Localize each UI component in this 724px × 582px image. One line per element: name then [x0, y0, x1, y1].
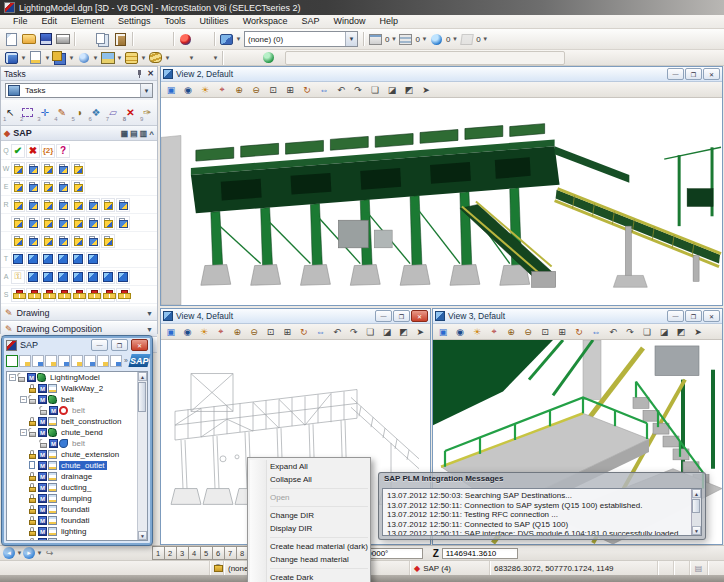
- sap-tool-icon[interactable]: [11, 144, 25, 158]
- tree-item[interactable]: M belt_construction: [7, 416, 138, 427]
- sap-tool-icon[interactable]: [56, 162, 70, 176]
- pointer-reset-icon[interactable]: ↪: [46, 548, 54, 558]
- copy-view-icon[interactable]: ❏: [639, 324, 655, 339]
- tree-item[interactable]: M chute_extension: [7, 449, 138, 460]
- dropdown-arrow-icon[interactable]: ▼: [92, 55, 99, 61]
- dropdown-arrow-icon[interactable]: ▼: [36, 550, 43, 556]
- scroll-up-icon[interactable]: ▲: [692, 489, 701, 498]
- minimize-button[interactable]: —: [375, 310, 392, 322]
- rename-doc-icon[interactable]: [71, 355, 83, 367]
- navigate-view-icon[interactable]: ➤: [690, 324, 706, 339]
- close-button[interactable]: ✕: [703, 310, 720, 322]
- view-brightness-icon[interactable]: ☀: [469, 324, 485, 339]
- sap-tool-icon[interactable]: [71, 198, 85, 212]
- z-input[interactable]: [442, 548, 518, 559]
- tree-item[interactable]: M chute_bend: [7, 427, 138, 438]
- sap-tool-icon[interactable]: [41, 144, 55, 158]
- sap-tool-icon[interactable]: [56, 252, 70, 266]
- messages-scrollbar[interactable]: ▲ ▼: [691, 489, 701, 535]
- task-section-bar[interactable]: ✎ Drawing ▼: [1, 305, 157, 321]
- sap-tool-icon[interactable]: [26, 180, 40, 194]
- copy-icon[interactable]: [95, 31, 112, 47]
- tree-item[interactable]: M belt: [7, 394, 138, 405]
- sap-tool-icon[interactable]: [71, 252, 85, 266]
- menu-item[interactable]: SAP: [294, 15, 326, 28]
- view-previous-icon[interactable]: ↶: [605, 324, 621, 339]
- groups[interactable]: ❖ 6: [88, 102, 105, 122]
- menu-item[interactable]: Element: [64, 15, 111, 28]
- pan-view-icon[interactable]: ⇔: [588, 324, 604, 339]
- sap-tool-icon[interactable]: [26, 288, 40, 302]
- fit-view-icon[interactable]: ⊞: [279, 324, 295, 339]
- view-brightness-icon[interactable]: ☀: [196, 324, 212, 339]
- clip-mask-icon[interactable]: ◩: [401, 82, 417, 97]
- context-menu-item[interactable]: Open: [248, 491, 370, 504]
- dropdown-arrow-icon[interactable]: ▼: [16, 550, 23, 556]
- pin-icon[interactable]: [135, 70, 143, 78]
- markup-icon[interactable]: [458, 31, 475, 47]
- dropdown-arrow-icon[interactable]: ▼: [212, 55, 219, 61]
- sap-tool-icon[interactable]: [26, 234, 40, 248]
- zoom-in-icon[interactable]: ⊕: [230, 324, 246, 339]
- sap-tool-icon[interactable]: [26, 198, 40, 212]
- close-button[interactable]: ✕: [411, 310, 428, 322]
- view4-titlebar[interactable]: View 4, Default — ❐ ✕: [161, 309, 430, 324]
- restore-button[interactable]: ❐: [685, 310, 702, 322]
- dropdown-arrow-icon[interactable]: ▼: [20, 55, 27, 61]
- manipulate[interactable]: ✛ 3: [36, 102, 53, 122]
- context-menu-item[interactable]: Create head material (dark): [248, 540, 370, 553]
- sap-tool-icon[interactable]: [101, 234, 115, 248]
- restore-button[interactable]: ❐: [111, 339, 128, 351]
- modify[interactable]: ◑ 5: [70, 102, 87, 122]
- sap-tool-icon[interactable]: [101, 270, 115, 284]
- fit-view-icon[interactable]: ⊞: [282, 82, 298, 97]
- sap-tool-icon[interactable]: [11, 234, 25, 248]
- sap-tool-icon[interactable]: [11, 252, 25, 266]
- sap-tool-icon[interactable]: [26, 270, 40, 284]
- view2-content[interactable]: [161, 98, 722, 305]
- toolbar-overflow-icon[interactable]: »: [124, 357, 128, 364]
- sap-tool-icon[interactable]: [11, 180, 25, 194]
- dropdown-arrow-icon[interactable]: ▼: [140, 55, 147, 61]
- render-mode-icon[interactable]: ◉: [180, 324, 196, 339]
- dropdown-arrow-icon[interactable]: ▼: [390, 36, 397, 42]
- copy-view-icon[interactable]: ❏: [363, 324, 379, 339]
- dropdown-arrow-icon[interactable]: ▼: [68, 55, 75, 61]
- undo-icon[interactable]: [136, 31, 153, 47]
- render-mode-icon[interactable]: ◉: [180, 82, 196, 97]
- sap-window-titlebar[interactable]: SAP — ❐ ✕: [4, 338, 150, 352]
- view-next-icon[interactable]: ↷: [346, 324, 362, 339]
- sap-tool-icon[interactable]: [11, 216, 25, 230]
- tree-item[interactable]: M foundati: [7, 504, 138, 515]
- rotate-view-icon[interactable]: ↻: [299, 82, 315, 97]
- render-icon[interactable]: [260, 50, 277, 66]
- sap-tool-icon[interactable]: [116, 198, 130, 212]
- sap-tool-icon[interactable]: [11, 288, 25, 302]
- cut-icon[interactable]: [78, 31, 95, 47]
- pin-view-icon[interactable]: ⌖: [213, 324, 229, 339]
- sap-tool-icon[interactable]: [41, 162, 55, 176]
- sap-tool-icon[interactable]: [86, 288, 100, 302]
- tree-item[interactable]: M motor_d: [7, 537, 138, 540]
- change-attributes[interactable]: ✎ 4: [53, 102, 70, 122]
- paste-icon[interactable]: [112, 31, 129, 47]
- tree-item[interactable]: M dumping: [7, 493, 138, 504]
- clip-volume-icon[interactable]: ◪: [384, 82, 400, 97]
- navigate-view-icon[interactable]: ➤: [418, 82, 434, 97]
- layout-grid-icon[interactable]: ▦: [121, 129, 129, 138]
- restore-button[interactable]: ❐: [685, 68, 702, 80]
- sap-tool-icon[interactable]: [116, 288, 130, 302]
- sap-tool-icon[interactable]: [11, 198, 25, 212]
- window-area-icon[interactable]: ⊡: [265, 82, 281, 97]
- view-previous-icon[interactable]: ↶: [333, 82, 349, 97]
- fit-view-icon[interactable]: ⊞: [554, 324, 570, 339]
- sap-tool-icon[interactable]: [26, 252, 40, 266]
- delete-element[interactable]: ✕ 8: [122, 102, 139, 122]
- task-section-bar[interactable]: ✎ Drawing Composition ▼: [1, 321, 157, 337]
- flag-doc-icon[interactable]: [84, 355, 96, 367]
- window-area-icon[interactable]: ⊡: [537, 324, 553, 339]
- pen-tool-icon[interactable]: [218, 31, 235, 47]
- active-level-icon[interactable]: [27, 50, 44, 66]
- open-file-icon[interactable]: [20, 31, 37, 47]
- scrollbar-thumb[interactable]: [138, 382, 146, 412]
